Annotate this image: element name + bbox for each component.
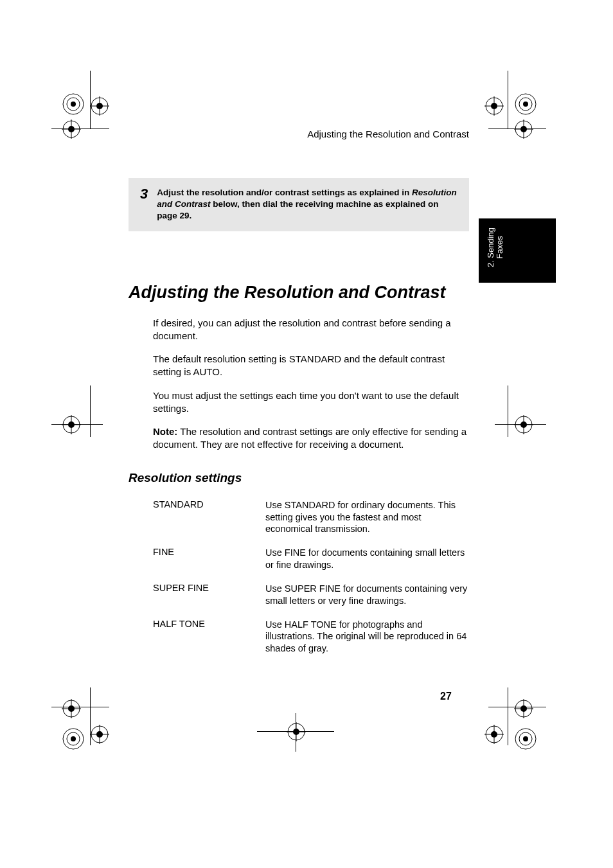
svg-point-40 (96, 731, 103, 738)
setting-name: FINE (153, 547, 265, 571)
registration-target-icon (62, 93, 85, 116)
step-box: 3 Adjust the resolution and/or contrast … (129, 178, 469, 231)
registration-target-icon (62, 120, 81, 139)
page-content: Adjusting the Resolution and Contrast 3 … (129, 128, 469, 666)
registration-target-icon (62, 415, 81, 434)
table-row: STANDARD Use STANDARD for ordinary docum… (153, 499, 469, 536)
chapter-tab-line1: 2. Sending (486, 227, 495, 267)
svg-point-2 (71, 102, 76, 107)
resolution-settings-table: STANDARD Use STANDARD for ordinary docum… (153, 499, 469, 655)
svg-point-44 (293, 729, 299, 735)
intro-block: If desired, you can adjust the resolutio… (153, 317, 469, 452)
page-number: 27 (440, 691, 452, 702)
section-title: Adjusting the Resolution and Contrast (129, 283, 469, 303)
svg-point-36 (71, 736, 76, 741)
setting-description: Use HALF TONE for photographs and illust… (265, 619, 469, 655)
note-text: The resolution and contrast settings are… (153, 426, 466, 450)
crop-mark (508, 687, 508, 745)
svg-point-14 (491, 103, 497, 109)
registration-target-icon (62, 699, 81, 718)
intro-p3: You must adjust the settings each time y… (153, 389, 469, 416)
crop-mark (508, 71, 508, 128)
chapter-tab: 2. Sending Faxes (479, 218, 556, 283)
svg-point-48 (520, 705, 527, 712)
registration-target-icon (514, 699, 533, 718)
table-row: FINE Use FINE for documents containing s… (153, 547, 469, 571)
svg-point-17 (523, 102, 528, 107)
registration-target-icon (514, 415, 533, 434)
svg-point-21 (520, 126, 527, 132)
registration-target-icon (90, 96, 109, 116)
intro-note: Note: The resolution and contrast settin… (153, 425, 469, 452)
subsection-title: Resolution settings (129, 471, 469, 485)
step-instruction: Adjust the resolution and/or contrast se… (157, 187, 458, 222)
svg-point-25 (68, 421, 75, 428)
crop-mark (508, 385, 508, 437)
setting-description: Use SUPER FINE for documents containing … (265, 583, 469, 607)
registration-target-icon (484, 96, 504, 116)
setting-description: Use STANDARD for ordinary documents. Thi… (265, 499, 469, 536)
setting-name: HALF TONE (153, 619, 265, 655)
intro-p1: If desired, you can adjust the resolutio… (153, 317, 469, 343)
running-head: Adjusting the Resolution and Contrast (129, 128, 469, 139)
step-text-before: Adjust the resolution and/or contrast se… (157, 188, 412, 197)
svg-point-6 (96, 103, 103, 109)
registration-target-icon (484, 725, 504, 744)
registration-target-icon (287, 722, 306, 741)
registration-target-icon (514, 727, 537, 750)
crop-mark (90, 385, 91, 437)
registration-target-icon (514, 93, 537, 116)
svg-point-55 (523, 736, 528, 741)
svg-point-52 (491, 731, 497, 738)
table-row: SUPER FINE Use SUPER FINE for documents … (153, 583, 469, 607)
svg-point-10 (68, 126, 75, 132)
registration-target-icon (90, 725, 109, 744)
step-number: 3 (140, 187, 148, 201)
registration-target-icon (62, 727, 85, 750)
table-row: HALF TONE Use HALF TONE for photographs … (153, 619, 469, 655)
intro-p2: The default resolution setting is STANDA… (153, 353, 469, 379)
setting-name: STANDARD (153, 499, 265, 536)
setting-name: SUPER FINE (153, 583, 265, 607)
svg-point-29 (520, 421, 527, 428)
note-label: Note: (153, 426, 177, 437)
chapter-tab-line2: Faxes (495, 236, 504, 258)
svg-point-33 (68, 705, 75, 712)
registration-target-icon (514, 120, 533, 139)
setting-description: Use FINE for documents containing small … (265, 547, 469, 571)
